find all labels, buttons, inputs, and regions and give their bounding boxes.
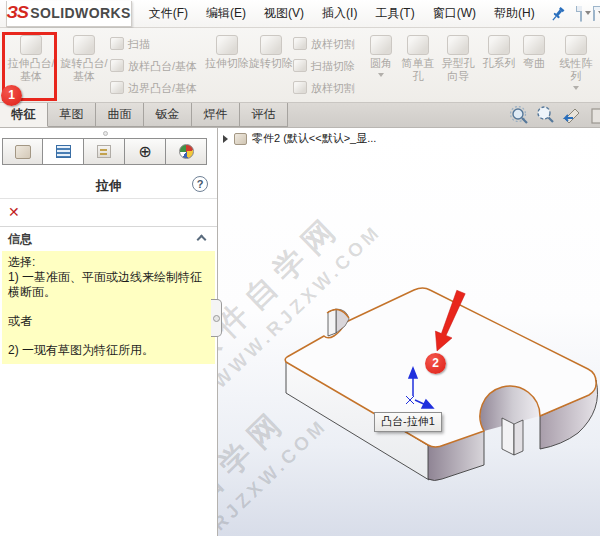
simple-hole-button[interactable]: 简单直孔 xyxy=(399,30,437,102)
display-sphere-icon xyxy=(179,144,194,159)
fillet-icon xyxy=(370,35,392,55)
info-line: 1) 一基准面、平面或边线来绘制特征横断面。 xyxy=(8,270,209,300)
extruded-cut-label: 拉伸切除 xyxy=(205,57,249,70)
lofted-cut2-button[interactable]: 放样切割 xyxy=(293,77,355,99)
property-list-icon xyxy=(56,145,71,158)
menu-tools[interactable]: 工具(T) xyxy=(366,1,423,26)
menu-help[interactable]: 帮助(H) xyxy=(485,1,544,26)
info-line: 选择: xyxy=(8,255,209,270)
previous-view-icon[interactable] xyxy=(561,105,582,126)
propertymanager-tab[interactable] xyxy=(43,138,84,165)
info-line: 或者 xyxy=(8,314,209,329)
cancel-button[interactable]: ✕ xyxy=(8,205,24,219)
panel-splitter-dot[interactable] xyxy=(103,131,108,136)
ribbon-group-pattern: 线性阵列 xyxy=(555,30,600,102)
swept-cut-button[interactable]: 扫描切除 xyxy=(293,55,355,77)
lofted-cut-label: 放样切割 xyxy=(311,38,355,51)
zoom-to-area-icon[interactable] xyxy=(535,105,556,126)
lofted-cut2-label: 放样切割 xyxy=(311,82,355,95)
swept-cut-label: 扫描切除 xyxy=(311,60,355,73)
dimxpertmanager-tab[interactable]: ⊕ xyxy=(125,138,166,165)
flyout-feature-tree[interactable]: 零件2 (默认<<默认>_显... xyxy=(223,131,376,146)
extruded-cut-button[interactable]: 拉伸切除 xyxy=(205,30,249,102)
menu-window[interactable]: 窗口(W) xyxy=(424,1,485,26)
graphics-viewport[interactable]: 软件自学网 WWW.RJZXW.COM 软件自学网 WWW.RJZXW.COM xyxy=(218,128,600,536)
property-manager-panel: ⊕ 拉伸 ? ✕ 信息 选择: 1) 一基准面、平面或边线来绘制特征横断面。 或… xyxy=(0,128,218,536)
swept-boss-button[interactable]: 扫描 xyxy=(110,33,197,55)
menu-file[interactable]: 文件(F) xyxy=(140,1,197,26)
revolved-boss-base-button[interactable]: 旋转凸台/基体 xyxy=(58,30,110,102)
swept-boss-icon xyxy=(110,37,124,50)
revolved-cut-label: 旋转切除 xyxy=(249,57,293,70)
lofted-cut-icon xyxy=(293,37,307,50)
tab-surfaces[interactable]: 曲面 xyxy=(96,103,144,127)
lofted-boss-label: 放样凸台/基体 xyxy=(128,60,197,73)
logo-text: SOLIDWORKS xyxy=(30,5,130,21)
info-message-box: 选择: 1) 一基准面、平面或边线来绘制特征横断面。 或者 2) 一现有草图为特… xyxy=(2,251,215,364)
tab-sheet-metal[interactable]: 钣金 xyxy=(144,103,192,127)
lofted-boss-button[interactable]: 放样凸台/基体 xyxy=(110,55,197,77)
flex-label: 弯曲 xyxy=(523,57,545,70)
hole-wizard-icon xyxy=(447,35,469,55)
new-document-dropdown-icon[interactable] xyxy=(585,11,591,18)
lofted-cut-button[interactable]: 放样切割 xyxy=(293,33,355,55)
displaymanager-tab[interactable] xyxy=(166,138,207,165)
flex-icon xyxy=(523,35,545,55)
panel-resize-handle[interactable] xyxy=(211,299,222,337)
hole-wizard-button[interactable]: 异型孔向导 xyxy=(437,30,479,102)
heads-up-view-toolbar xyxy=(509,105,600,126)
zoom-to-fit-icon[interactable] xyxy=(509,105,530,126)
section-view-icon[interactable] xyxy=(587,105,600,126)
boss-small-column: 扫描 放样凸台/基体 边界凸台/基体 xyxy=(110,30,197,102)
commandmanager-tabs: 特征 草图 曲面 钣金 焊件 评估 xyxy=(0,103,600,128)
part-icon xyxy=(15,145,31,159)
fillet-button[interactable]: 圆角 xyxy=(363,30,399,102)
panel-title: 拉伸 xyxy=(0,177,217,195)
flex-button[interactable]: 弯曲 xyxy=(519,30,549,102)
boundary-boss-icon xyxy=(110,81,124,94)
revolved-cut-button[interactable]: 旋转切除 xyxy=(249,30,293,102)
open-document-icon[interactable] xyxy=(593,9,595,21)
swept-boss-label: 扫描 xyxy=(128,38,150,51)
annotation-arrow xyxy=(423,283,473,363)
pin-menu-icon[interactable] xyxy=(548,4,568,24)
tab-features[interactable]: 特征 xyxy=(0,103,48,127)
info-group-header[interactable]: 信息 xyxy=(0,227,217,251)
expand-triangle-icon[interactable] xyxy=(223,135,228,143)
linear-pattern-dropdown-icon[interactable] xyxy=(573,86,579,93)
tab-weldments[interactable]: 焊件 xyxy=(192,103,240,127)
annotation-step-1: 1 xyxy=(1,85,22,106)
collapse-chevron-icon[interactable] xyxy=(197,235,207,245)
feature-tooltip: 凸台-拉伸1 xyxy=(374,412,442,432)
manager-tab-bar: ⊕ xyxy=(2,138,217,165)
simple-hole-label: 简单直孔 xyxy=(399,57,437,83)
solidworks-logo: ЗS SOLIDWORKS xyxy=(6,1,132,27)
annotation-step-2: 2 xyxy=(425,353,446,374)
boundary-boss-button[interactable]: 边界凸台/基体 xyxy=(110,77,197,99)
crosshair-icon: ⊕ xyxy=(138,144,151,160)
help-icon[interactable]: ? xyxy=(192,176,208,192)
dassault-logo-icon: ЗS xyxy=(6,3,27,23)
solidworks-window: ЗS SOLIDWORKS 文件(F) 编辑(E) 视图(V) 插入(I) 工具… xyxy=(0,0,600,536)
extruded-cut-icon xyxy=(216,35,238,55)
lofted-boss-icon xyxy=(110,59,124,72)
ribbon-group-features: 圆角 简单直孔 异型孔向导 孔系列 弯曲 xyxy=(361,30,551,102)
configurationmanager-tab[interactable] xyxy=(84,138,125,165)
menu-edit[interactable]: 编辑(E) xyxy=(197,1,255,26)
hole-series-button[interactable]: 孔系列 xyxy=(479,30,519,102)
linear-pattern-button[interactable]: 线性阵列 xyxy=(557,30,595,102)
new-document-icon[interactable] xyxy=(580,6,582,22)
simple-hole-icon xyxy=(407,35,429,55)
menu-view[interactable]: 视图(V) xyxy=(255,1,313,26)
revolved-boss-label: 旋转凸台/基体 xyxy=(58,57,110,83)
part-document-icon xyxy=(234,133,247,145)
featuremanager-tree-tab[interactable] xyxy=(2,138,43,165)
part-name-label: 零件2 (默认<<默认>_显... xyxy=(252,131,376,146)
fillet-label: 圆角 xyxy=(370,57,392,70)
fillet-dropdown-icon[interactable] xyxy=(378,73,384,80)
tab-sketch[interactable]: 草图 xyxy=(48,103,96,127)
tab-evaluate[interactable]: 评估 xyxy=(240,103,288,127)
menu-insert[interactable]: 插入(I) xyxy=(313,1,366,26)
part-model[interactable] xyxy=(218,128,600,536)
menu-items: 文件(F) 编辑(E) 视图(V) 插入(I) 工具(T) 窗口(W) 帮助(H… xyxy=(140,1,544,26)
